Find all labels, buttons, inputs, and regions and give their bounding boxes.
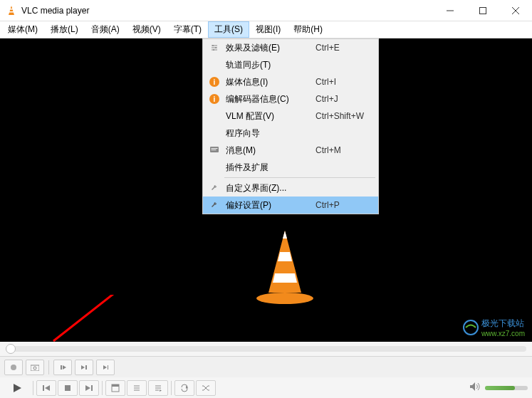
watermark-icon — [463, 320, 479, 335]
menu-plugins-extensions[interactable]: 插件及扩展 — [203, 159, 378, 176]
record-button[interactable] — [4, 360, 23, 375]
svg-point-26 — [33, 367, 36, 370]
menu-view[interactable]: 视图(I) — [249, 21, 287, 38]
menu-media-info[interactable]: i 媒体信息(I) Ctrl+I — [203, 73, 378, 90]
svg-rect-4 — [480, 7, 486, 14]
svg-marker-47 — [160, 389, 162, 392]
svg-point-24 — [11, 365, 16, 370]
menu-preferences[interactable]: 偏好设置(P) Ctrl+P — [203, 197, 378, 214]
svg-point-7 — [256, 293, 313, 304]
wrench-icon — [207, 184, 221, 192]
svg-point-17 — [213, 49, 214, 51]
menu-messages[interactable]: 消息(M) Ctrl+M — [203, 142, 378, 159]
menu-help[interactable]: 帮助(H) — [287, 21, 329, 38]
seek-track[interactable] — [6, 346, 526, 352]
svg-marker-9 — [283, 231, 287, 239]
svg-rect-19 — [212, 148, 218, 149]
play-button[interactable] — [4, 379, 30, 397]
svg-marker-31 — [103, 365, 107, 370]
menu-track-sync[interactable]: 轨道同步(T) — [203, 56, 378, 73]
svg-rect-1 — [10, 9, 13, 10]
video-area: 效果及滤镜(E) Ctrl+E 轨道同步(T) i 媒体信息(I) Ctrl+I… — [0, 38, 532, 342]
svg-rect-2 — [9, 11, 14, 13]
window-title: VLC media player — [21, 6, 434, 16]
svg-marker-49 — [470, 382, 475, 391]
info-icon: i — [207, 94, 221, 104]
prev-button[interactable] — [36, 380, 56, 396]
svg-rect-36 — [65, 385, 71, 391]
divider — [102, 381, 103, 395]
svg-marker-33 — [14, 384, 21, 392]
titlebar: VLC media player — [0, 0, 532, 21]
svg-marker-37 — [85, 385, 90, 391]
svg-marker-0 — [9, 6, 14, 15]
minimize-button[interactable] — [434, 0, 466, 21]
menu-separator — [224, 177, 375, 178]
loop-a-button[interactable] — [53, 360, 72, 375]
wrench-icon — [207, 201, 221, 209]
next-button[interactable] — [79, 380, 99, 396]
seek-thumb[interactable] — [6, 344, 16, 354]
menu-customize-interface[interactable]: 自定义界面(Z)... — [203, 179, 378, 197]
loop-button[interactable] — [174, 380, 194, 396]
menu-codec-info[interactable]: i 编解码器信息(C) Ctrl+J — [203, 90, 378, 108]
svg-marker-8 — [268, 231, 301, 293]
menu-program-guide[interactable]: 程序向导 — [203, 125, 378, 142]
main-controls — [0, 377, 532, 398]
menu-vlm-config[interactable]: VLM 配置(V) Ctrl+Shift+W — [203, 108, 378, 125]
menu-media[interactable]: 媒体(M) — [1, 21, 44, 38]
info-icon: i — [207, 77, 221, 87]
svg-point-15 — [212, 45, 214, 46]
close-button[interactable] — [499, 0, 532, 21]
mute-button[interactable] — [469, 382, 481, 394]
menubar: 媒体(M) 播放(L) 音频(A) 视频(V) 字幕(T) 工具(S) 视图(I… — [0, 21, 532, 38]
sliders-icon — [207, 43, 221, 52]
svg-rect-20 — [212, 150, 217, 150]
menu-video[interactable]: 视频(V) — [126, 21, 167, 38]
maximize-button[interactable] — [466, 0, 499, 21]
svg-rect-34 — [43, 385, 44, 391]
menu-effects-filters[interactable]: 效果及滤镜(E) Ctrl+E — [203, 39, 378, 56]
divider — [48, 360, 49, 375]
svg-line-22 — [53, 295, 203, 341]
divider — [33, 381, 33, 395]
window-controls — [434, 0, 532, 21]
svg-rect-25 — [31, 365, 39, 371]
volume-fill — [485, 386, 515, 390]
snapshot-button[interactable] — [26, 360, 44, 375]
stop-button[interactable] — [58, 380, 78, 396]
watermark: 极光下载站 www.xz7.com — [463, 318, 525, 337]
svg-marker-11 — [273, 273, 297, 283]
svg-rect-40 — [112, 384, 119, 387]
vlc-icon — [6, 5, 17, 16]
secondary-controls — [0, 356, 532, 377]
menu-audio[interactable]: 音频(A) — [85, 21, 126, 38]
divider — [171, 381, 172, 395]
svg-rect-32 — [108, 365, 108, 370]
playlist-button[interactable] — [148, 380, 168, 396]
fullscreen-button[interactable] — [105, 380, 125, 396]
svg-rect-27 — [61, 365, 62, 370]
svg-marker-10 — [278, 252, 292, 261]
shuffle-button[interactable] — [196, 380, 216, 396]
extended-settings-button[interactable] — [127, 380, 147, 396]
annotation-arrow — [50, 295, 249, 342]
menu-playback[interactable]: 播放(L) — [44, 21, 85, 38]
svg-marker-29 — [81, 365, 85, 370]
message-icon — [207, 147, 221, 154]
menu-subtitle[interactable]: 字幕(T) — [167, 21, 208, 38]
svg-rect-30 — [85, 365, 87, 370]
menu-tools[interactable]: 工具(S) — [208, 21, 249, 38]
volume-slider[interactable] — [485, 386, 528, 390]
tools-dropdown: 效果及滤镜(E) Ctrl+E 轨道同步(T) i 媒体信息(I) Ctrl+I… — [202, 38, 379, 214]
frame-step-button[interactable] — [96, 360, 115, 375]
svg-rect-38 — [91, 385, 93, 391]
vlc-cone-logo — [253, 227, 317, 308]
loop-b-button[interactable] — [75, 360, 93, 375]
svg-marker-28 — [63, 365, 66, 370]
seek-bar[interactable] — [0, 342, 532, 356]
svg-point-16 — [215, 47, 217, 48]
svg-marker-35 — [45, 385, 50, 391]
